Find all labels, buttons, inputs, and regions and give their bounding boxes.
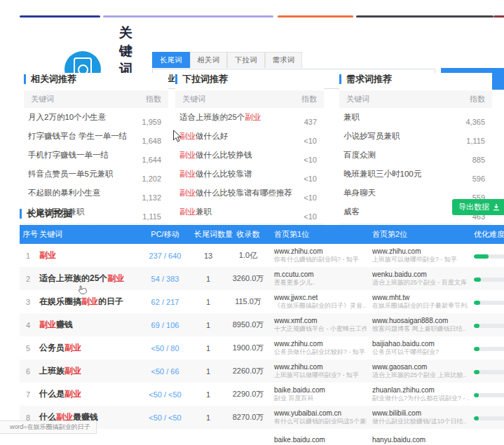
first-position-result[interactable]: www.zhihu.com 公务员做什么副业比较好? - 知乎	[271, 340, 369, 357]
keyword-row[interactable]: 副业做什么好 <10	[175, 127, 324, 146]
keyword-text[interactable]: 单身聊天	[343, 188, 376, 198]
first-position-result[interactable]: www.xmf.com 十大正规赚钱平台 - 小蜜蜂云工作	[271, 317, 369, 334]
row-number: 1	[20, 252, 36, 260]
longtail-count: 1	[191, 390, 225, 399]
table-row[interactable]: 3 在娱乐圈搞副业的日子 62 / 217 1 115.0万 www.jjwxc…	[20, 290, 504, 313]
first-position-result[interactable]: baike.baidu.com 副业 百度百科	[271, 386, 369, 403]
table-row[interactable]: 6 上班族副业 <50 / 66 1 2260.0万 www.zhihu.com…	[20, 360, 504, 383]
panel-title: 相关词推荐	[31, 73, 76, 85]
keyword-text[interactable]: 小说抄写员兼职	[343, 131, 400, 142]
second-position-result[interactable]: www.mht.tw 在娱乐圈搞副业的日子最新章节列..	[369, 294, 471, 310]
difficulty-bar	[474, 301, 504, 305]
second-position-result[interactable]: wenku.baidu.com 适合上班族的25个副业 - 百度文库	[369, 271, 471, 287]
accent-bar	[20, 209, 22, 219]
keyword-row[interactable]: 晚班兼职三小时100元 596	[339, 165, 492, 184]
longtail-count: 1	[191, 275, 225, 283]
tab-demand[interactable]: 需求词	[265, 52, 303, 68]
site-domain: www.xmf.com	[274, 317, 367, 326]
site-description: 做什么副业比较赚钱/这10个日结..	[372, 418, 468, 425]
tab-dropdown[interactable]: 下拉词	[227, 52, 265, 68]
keyword-text[interactable]: 兼职	[343, 112, 360, 123]
table-row[interactable]: 4 副业赚钱 69 / 106 1 8950.0万 www.xmf.com 十大…	[20, 313, 504, 336]
second-position-result[interactable]: www.zhihu.com 上班族可以做哪些副业? - 知乎	[369, 247, 471, 264]
table-row[interactable]: 1 副业 237 / 640 13 1.0亿 www.zhihu.com 你有什…	[20, 244, 504, 267]
keyword-text[interactable]: 副业做什么好	[179, 131, 228, 142]
second-position-result[interactable]: baijiahao.baidu.com 公务员可以干哪些副业?	[369, 340, 471, 357]
included-count: 3260.0万	[225, 273, 271, 284]
col-first-position: 首页第1位	[271, 229, 369, 240]
difficulty-cell	[471, 390, 504, 399]
pc-mobile-index[interactable]: <50 / 80	[139, 344, 191, 352]
keyword-text[interactable]: 副业做什么比较靠谱	[179, 169, 252, 179]
index-value: 1,644	[142, 156, 161, 164]
pc-mobile-index[interactable]: 237 / 640	[139, 252, 191, 260]
keyword-link[interactable]: 公务员副业	[36, 342, 139, 354]
second-position-result[interactable]: hanyu.baidu.com	[369, 436, 471, 445]
keyword-link[interactable]: 副业赚钱	[36, 319, 139, 331]
first-position-result[interactable]: m.ccutu.com 查看更多少儿..	[271, 271, 369, 287]
tab-related[interactable]: 相关词	[190, 52, 228, 68]
col-no: 序号	[20, 229, 36, 240]
first-position-result[interactable]: www.yubaibai.com.cn 有什么可以赚钱的副业吗这5个兼职..	[271, 409, 369, 426]
col-included: 收录数	[225, 229, 271, 240]
pc-mobile-index[interactable]: 69 / 106	[139, 321, 191, 329]
keyword-row[interactable]: 小说抄写员兼职 1,115	[339, 127, 492, 146]
difficulty-cell	[471, 321, 504, 329]
keyword-row[interactable]: 适合上班族的25个副业 437	[175, 108, 324, 127]
pc-mobile-index[interactable]: <50 / 66	[139, 367, 191, 376]
keyword-row[interactable]: 副业做什么比较靠谱 <10	[175, 165, 324, 184]
export-data-button[interactable]: 导出数据	[452, 199, 504, 215]
row-number: 4	[20, 321, 36, 329]
pc-mobile-index[interactable]: 62 / 217	[139, 298, 191, 306]
second-position-result[interactable]: www.gaosan.com 适合上班族的25个副业 上班比较..	[369, 363, 471, 380]
table-row[interactable]: 2 适合上班族的25个副业 54 / 383 1 3260.0万 m.ccutu…	[20, 267, 504, 290]
first-position-result[interactable]: baike.baidu.com	[271, 436, 369, 445]
first-position-result[interactable]: www.zhihu.com 上班族可以做哪些副业? - 知乎	[271, 363, 369, 380]
first-position-result[interactable]: www.jjwxc.net 《在娱乐圈搞副业的日子》灵音..	[271, 294, 369, 310]
table-row[interactable]: 5 公务员副业 <50 / 80 1 1900.0万 www.zhihu.com…	[20, 336, 504, 360]
keyword-link[interactable]: 什么是副业	[36, 388, 139, 400]
keyword-text[interactable]: 月入2万的10个小生意	[28, 112, 106, 123]
keyword-text[interactable]: 副业做什么比较靠谱有哪些推荐	[179, 188, 292, 198]
keyword-row[interactable]: 百度众测 885	[339, 146, 492, 165]
progress-segment	[20, 15, 100, 18]
keyword-text[interactable]: 打字赚钱平台 学生一单一结	[28, 131, 127, 142]
second-position-result[interactable]: zhuanlan.zhihu.com 副业做什么?为什么都在说副业? - ..	[369, 386, 471, 403]
pc-mobile-index[interactable]: 54 / 383	[139, 275, 191, 283]
pc-mobile-index[interactable]: <50 / <50	[139, 413, 191, 422]
keyword-text[interactable]: 抖音点赞员一单5元兼职	[28, 169, 113, 179]
keyword-text[interactable]: 手机打字赚钱一单一结	[28, 150, 109, 160]
keyword-link[interactable]: 上班族副业	[36, 365, 139, 377]
keyword-row[interactable]: 手机打字赚钱一单一结 1,644	[24, 146, 168, 165]
keyword-link[interactable]: 副业	[36, 249, 139, 261]
index-value: 885	[472, 156, 485, 164]
row-number: 5	[20, 344, 36, 352]
first-position-result[interactable]: www.zhihu.com 你有什么赚钱的副业吗? - 知乎	[271, 247, 369, 264]
site-description: 副业做什么?为什么都在说副业? - ..	[372, 395, 468, 402]
keyword-row[interactable]: 副业做什么比较挣钱 <10	[175, 146, 324, 165]
keyword-link[interactable]: 在娱乐圈搞副业的日子	[36, 296, 139, 308]
site-description: 公务员可以干哪些副业?	[372, 348, 468, 356]
keyword-row[interactable]: 不起眼的暴利小生意 1,132	[24, 184, 168, 203]
keyword-row[interactable]: 抖音点赞员一单5元兼职 1,202	[24, 165, 168, 184]
included-count: 115.0万	[225, 296, 271, 307]
tab-longtail[interactable]: 长尾词	[152, 52, 190, 68]
keyword-row[interactable]: 副业做什么比较靠谱有哪些推荐 <10	[175, 184, 324, 203]
difficulty-bar	[474, 347, 504, 351]
column-keyword: 关键词	[182, 94, 205, 104]
keyword-text[interactable]: 晚班兼职三小时100元	[343, 169, 421, 179]
keyword-row[interactable]: 月入2万的10个小生意 1,959	[24, 108, 168, 127]
keyword-text[interactable]: 副业做什么比较挣钱	[179, 150, 252, 160]
keyword-link[interactable]: 适合上班族的25个副业	[36, 273, 139, 285]
keyword-row[interactable]: 兼职 4,365	[339, 108, 492, 127]
column-index: 指数	[146, 94, 161, 104]
keyword-row[interactable]: 打字赚钱平台 学生一单一结 1,648	[24, 127, 168, 146]
second-position-result[interactable]: www.bilibili.com 做什么副业比较赚钱/这10个日结..	[369, 409, 471, 426]
index-value: 4,365	[465, 118, 485, 126]
keyword-text[interactable]: 适合上班族的25个副业	[179, 112, 261, 123]
table-row[interactable]: 7 什么是副业 <50 / <50 1 2290.0万 baike.baidu.…	[20, 383, 504, 406]
keyword-text[interactable]: 不起眼的暴利小生意	[28, 188, 101, 198]
keyword-text[interactable]: 百度众测	[343, 150, 376, 160]
pc-mobile-index[interactable]: <50 / <50	[139, 390, 191, 399]
second-position-result[interactable]: www.huosaigan888.com 致富问题博客 网上兼职赚钱日结..	[369, 317, 471, 334]
